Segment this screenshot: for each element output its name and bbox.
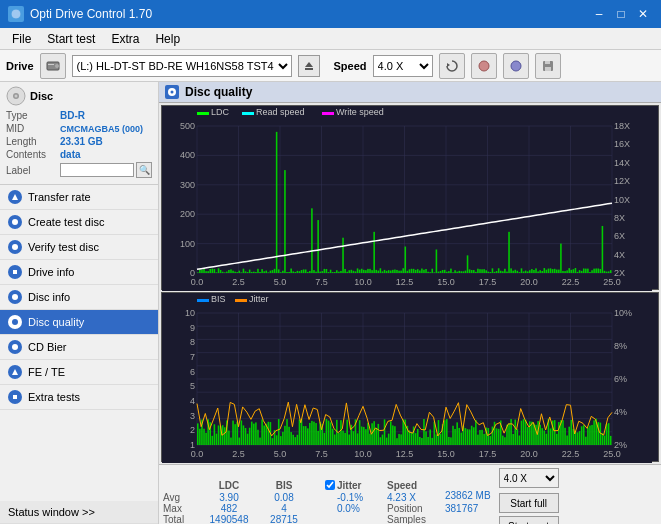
start-full-button[interactable]: Start full: [499, 493, 559, 513]
svg-point-19: [12, 294, 18, 300]
ldc-chart: [161, 105, 659, 290]
nav-verify-test-disc[interactable]: Verify test disc: [0, 235, 158, 260]
disc-type-value: BD-R: [60, 110, 85, 121]
max-bis: 4: [259, 503, 309, 514]
color-icon-btn[interactable]: [503, 53, 529, 79]
close-button[interactable]: ✕: [633, 6, 653, 22]
svg-point-2: [55, 64, 59, 68]
menu-start-test[interactable]: Start test: [39, 30, 103, 47]
drive-info-icon: [8, 265, 22, 279]
status-window-label: Status window >>: [8, 506, 95, 518]
speed-row: 4.0 X: [499, 468, 559, 488]
titlebar-controls: – □ ✕: [589, 6, 653, 22]
disc-label-input[interactable]: [60, 163, 134, 177]
cd-bier-icon: [8, 340, 22, 354]
refresh-icon-btn[interactable]: [439, 53, 465, 79]
speed-select-stats[interactable]: 4.0 X: [499, 468, 559, 488]
jitter-header: Jitter: [337, 480, 387, 492]
avg-label: Avg: [163, 492, 199, 503]
svg-marker-15: [12, 194, 18, 200]
titlebar-left: Opti Drive Control 1.70: [8, 6, 152, 22]
svg-rect-11: [545, 61, 550, 64]
nav-create-test-disc-label: Create test disc: [28, 216, 104, 228]
disc-quality-title: Disc quality: [185, 85, 252, 99]
start-part-button[interactable]: Start part: [499, 516, 559, 524]
main-area: Disc Type BD-R MID CMCMAGBA5 (000) Lengt…: [0, 82, 661, 524]
nav-fe-te[interactable]: FE / TE: [0, 360, 158, 385]
nav-transfer-rate-label: Transfer rate: [28, 191, 91, 203]
speed-stat-header: Speed: [387, 480, 437, 492]
drive-icon-btn[interactable]: [40, 53, 66, 79]
nav-drive-info[interactable]: Drive info: [0, 260, 158, 285]
speed-select[interactable]: 4.0 X: [373, 55, 433, 77]
svg-marker-22: [12, 369, 18, 375]
nav-disc-quality-label: Disc quality: [28, 316, 84, 328]
action-buttons: 4.0 X Start full Start part: [499, 468, 559, 524]
disc-panel-title: Disc: [30, 90, 53, 102]
fe-te-icon: [8, 365, 22, 379]
disc-quality-icon: [8, 315, 22, 329]
disc-quality-icon-header: [165, 85, 179, 99]
titlebar: Opti Drive Control 1.70 – □ ✕: [0, 0, 661, 28]
nav-disc-quality[interactable]: Disc quality: [0, 310, 158, 335]
svg-marker-4: [305, 62, 313, 67]
bis-header: BIS: [259, 480, 309, 492]
disc-header: Disc: [6, 86, 152, 106]
drivebar: Drive (L:) HL-DT-ST BD-RE WH16NS58 TST4 …: [0, 50, 661, 82]
svg-marker-6: [447, 63, 450, 67]
svg-point-17: [12, 244, 18, 250]
charts-area: [159, 103, 661, 464]
nav-extra-tests-label: Extra tests: [28, 391, 80, 403]
samples-value: 381767: [445, 503, 491, 514]
disc-contents-row: Contents data: [6, 149, 152, 160]
samples-label: Samples: [387, 514, 437, 525]
ldc-header: LDC: [199, 480, 259, 492]
settings-icon-btn[interactable]: [471, 53, 497, 79]
avg-bis: 0.08: [259, 492, 309, 503]
nav-drive-info-label: Drive info: [28, 266, 74, 278]
svg-rect-23: [13, 395, 17, 399]
disc-length-row: Length 23.31 GB: [6, 136, 152, 147]
avg-jitter: -0.1%: [337, 492, 387, 503]
jitter-checkbox[interactable]: [325, 480, 335, 490]
minimize-button[interactable]: –: [589, 6, 609, 22]
maximize-button[interactable]: □: [611, 6, 631, 22]
disc-type-row: Type BD-R: [6, 110, 152, 121]
content-area: Disc quality LDC BIS: [159, 82, 661, 524]
svg-rect-5: [305, 68, 313, 70]
disc-length-label: Length: [6, 136, 60, 147]
svg-rect-3: [48, 64, 54, 65]
drive-select[interactable]: (L:) HL-DT-ST BD-RE WH16NS58 TST4: [72, 55, 292, 77]
nav-disc-info[interactable]: Disc info: [0, 285, 158, 310]
disc-label-label: Label: [6, 165, 60, 176]
menu-extra[interactable]: Extra: [103, 30, 147, 47]
save-icon-btn[interactable]: [535, 53, 561, 79]
max-jitter: 0.0%: [337, 503, 387, 514]
nav-extra-tests[interactable]: Extra tests: [0, 385, 158, 410]
svg-point-0: [11, 9, 21, 19]
menu-file[interactable]: File: [4, 30, 39, 47]
disc-icon: [6, 86, 26, 106]
disc-label-icon-btn[interactable]: 🔍: [136, 162, 152, 178]
nav-transfer-rate[interactable]: Transfer rate: [0, 185, 158, 210]
extra-tests-icon: [8, 390, 22, 404]
disc-length-value: 23.31 GB: [60, 136, 103, 147]
svg-point-25: [171, 91, 174, 94]
nav-cd-bier[interactable]: CD Bier: [0, 335, 158, 360]
avg-ldc: 3.90: [199, 492, 259, 503]
total-label: Total: [163, 514, 199, 525]
nav-disc-info-label: Disc info: [28, 291, 70, 303]
eject-button[interactable]: [298, 55, 320, 77]
svg-point-14: [15, 95, 18, 98]
position-value: 23862 MB: [445, 490, 491, 501]
nav-create-test-disc[interactable]: Create test disc: [0, 210, 158, 235]
total-ldc: 1490548: [199, 514, 259, 525]
disc-type-label: Type: [6, 110, 60, 121]
menu-help[interactable]: Help: [147, 30, 188, 47]
disc-mid-label: MID: [6, 123, 60, 134]
stats-bar: LDC BIS Jitter Speed Avg 3.90 0.08 -0.1%: [159, 464, 661, 524]
svg-point-21: [12, 344, 18, 350]
svg-point-8: [511, 61, 521, 71]
status-window-button[interactable]: Status window >>: [0, 501, 158, 524]
bis-chart: [161, 292, 659, 462]
